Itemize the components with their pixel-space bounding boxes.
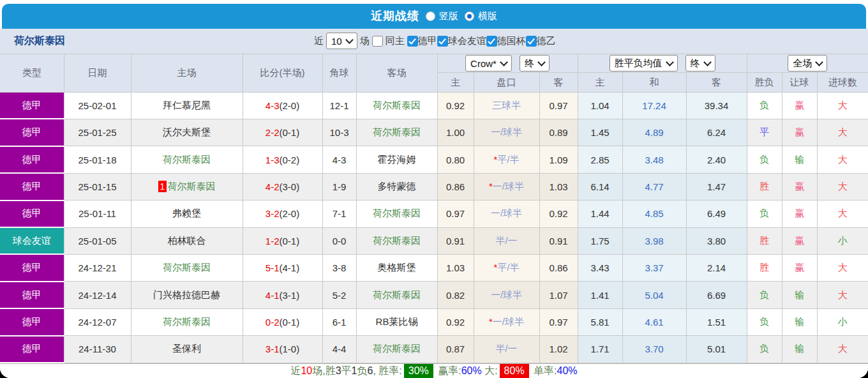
odds-away-cell: 1.02	[539, 336, 578, 363]
scope-select[interactable]: 全场	[788, 55, 827, 72]
result-goals-cell: 大	[817, 336, 868, 363]
result-goals-cell: 大	[817, 282, 868, 308]
checkbox-icon[interactable]	[526, 36, 537, 47]
home-team-cell: 荷尔斯泰因	[131, 146, 243, 173]
home-team-cell: 柏林联合	[131, 227, 243, 254]
avg-draw-cell: 3.98	[622, 227, 686, 254]
result-goals-cell: 大	[817, 119, 868, 146]
summary-segment: 40%	[557, 365, 578, 377]
odds-away-cell: 1.09	[539, 146, 578, 173]
handicap-cell: 一/球半	[474, 282, 539, 308]
corner-cell: 7-1	[322, 200, 356, 227]
result-wdl-cell: 负	[747, 282, 782, 308]
date-cell: 25-01-25	[64, 119, 131, 146]
col-header-away: 客场	[356, 54, 437, 93]
result-goals-cell: 大	[817, 173, 868, 200]
radio-horizontal-icon[interactable]	[465, 11, 474, 21]
result-wdl-cell: 胜	[747, 227, 782, 254]
layout-radio-horizontal[interactable]: 横版	[465, 10, 497, 22]
result-goals-cell: 大	[817, 146, 868, 173]
odds-home-cell: 1.00	[437, 119, 474, 146]
corner-cell: 4-4	[322, 336, 356, 363]
bookmaker-stage-select[interactable]: 终	[520, 55, 550, 72]
handicap-cell: *一/球半	[474, 308, 539, 335]
away-team-cell: 多特蒙德	[356, 173, 437, 200]
type-cell: 德甲	[0, 119, 64, 146]
away-team-cell: 霍芬海姆	[356, 146, 437, 173]
league-filter-德乙[interactable]: 德乙	[526, 35, 556, 47]
date-cell: 24-12-21	[64, 254, 131, 281]
date-cell: 24-12-07	[64, 308, 131, 335]
match-row: 德甲24-11-30圣保利3-1(1-0)4-4荷尔斯泰因0.87半/一1.02…	[0, 336, 868, 363]
date-cell: 25-01-18	[64, 146, 131, 173]
result-wdl-cell: 负	[747, 146, 782, 173]
odds-home-cell: 0.82	[437, 282, 474, 308]
corner-cell: 4-3	[322, 146, 356, 173]
away-team-cell: 荷尔斯泰因	[356, 119, 437, 146]
match-row: 德甲24-12-07荷尔斯泰因0-2(0-1)6-1RB莱比锡0.92*一/球半…	[0, 308, 868, 335]
match-row: 德甲24-12-21荷尔斯泰因5-1(4-1)3-8奥格斯堡1.03*平/半0.…	[0, 254, 868, 281]
avg-away-cell: 6.24	[686, 119, 747, 146]
title-bar: 近期战绩 竖版 横版	[2, 4, 866, 29]
sub-header-goals-result: 进球数	[817, 73, 868, 93]
league-filter-球会友谊[interactable]: 球会友谊	[437, 35, 486, 47]
score-cell: 1-3(0-2)	[243, 146, 322, 173]
handicap-cell: 一/球半	[474, 200, 539, 227]
match-row: 德甲25-01-18荷尔斯泰因1-3(0-2)4-3霍芬海姆0.80*平/半1.…	[0, 146, 868, 173]
away-team-cell: 荷尔斯泰因	[356, 336, 437, 363]
type-cell: 德甲	[0, 308, 64, 335]
summary-segment: 赢率:	[435, 365, 461, 378]
corner-cell: 3-8	[322, 254, 356, 281]
home-team-cell: 圣保利	[131, 336, 243, 363]
checkbox-icon[interactable]	[486, 36, 497, 47]
avg-away-cell: 39.34	[686, 93, 747, 119]
odds-away-cell: 0.89	[539, 119, 578, 146]
league-filter-德国杯[interactable]: 德国杯	[486, 35, 526, 47]
radio-horizontal-label: 横版	[478, 10, 497, 22]
radio-vertical-icon[interactable]	[426, 11, 435, 21]
score-cell: 0-2(0-1)	[243, 308, 322, 335]
avg-away-cell: 6.49	[686, 200, 747, 227]
corner-cell: 1-9	[322, 173, 356, 200]
result-handicap-cell: 赢	[782, 254, 817, 281]
chevron-down-icon	[666, 58, 674, 66]
avg-away-cell: 2.40	[686, 146, 747, 173]
type-cell: 德甲	[0, 336, 64, 363]
avg-stage-select[interactable]: 终	[685, 55, 715, 72]
date-cell: 25-01-05	[64, 227, 131, 254]
checkbox-icon[interactable]	[437, 36, 448, 47]
summary-segment: 1	[352, 365, 357, 377]
avg-draw-cell: 3.48	[622, 146, 686, 173]
odds-away-cell: 0.92	[539, 200, 578, 227]
type-cell: 德甲	[0, 146, 64, 173]
avg-away-cell: 2.14	[686, 254, 747, 281]
odds-home-cell: 0.97	[437, 200, 474, 227]
bookmaker-group-header: Crow* 终	[437, 54, 578, 73]
filter-bar: 荷尔斯泰因 近 10 场 同主 德甲球会友谊德国杯德乙	[0, 29, 868, 54]
odds-home-cell: 0.86	[437, 173, 474, 200]
away-team-cell: 荷尔斯泰因	[356, 200, 437, 227]
home-team-cell: 沃尔夫斯堡	[131, 119, 243, 146]
type-cell: 德甲	[0, 173, 64, 200]
league-filter-德甲[interactable]: 德甲	[407, 35, 437, 47]
layout-radio-vertical[interactable]: 竖版	[426, 10, 458, 22]
avg-away-cell: 6.69	[686, 282, 747, 308]
summary-segment: 60%	[461, 365, 482, 377]
avg-home-cell: 3.43	[578, 254, 622, 281]
avg-away-cell: 3.80	[686, 227, 747, 254]
league-checkboxes: 德甲球会友谊德国杯德乙	[407, 35, 556, 47]
home-team-cell: 荷尔斯泰因	[131, 254, 243, 281]
corner-cell: 10-3	[322, 119, 356, 146]
summary-segment: 10	[301, 365, 312, 377]
avg-draw-cell: 3.37	[622, 254, 686, 281]
avg-odds-select[interactable]: 胜平负均值	[610, 55, 678, 72]
bookmaker-select[interactable]: Crow*	[465, 55, 512, 72]
avg-home-cell: 1.45	[578, 119, 622, 146]
away-team-cell: 荷尔斯泰因	[356, 227, 437, 254]
same-venue-checkbox[interactable]	[372, 36, 383, 47]
odds-home-cell: 0.91	[437, 227, 474, 254]
result-handicap-cell: 赢	[782, 227, 817, 254]
recent-count-select[interactable]: 10	[326, 33, 357, 49]
checkbox-icon[interactable]	[407, 36, 418, 47]
handicap-cell: *平/半	[474, 146, 539, 173]
